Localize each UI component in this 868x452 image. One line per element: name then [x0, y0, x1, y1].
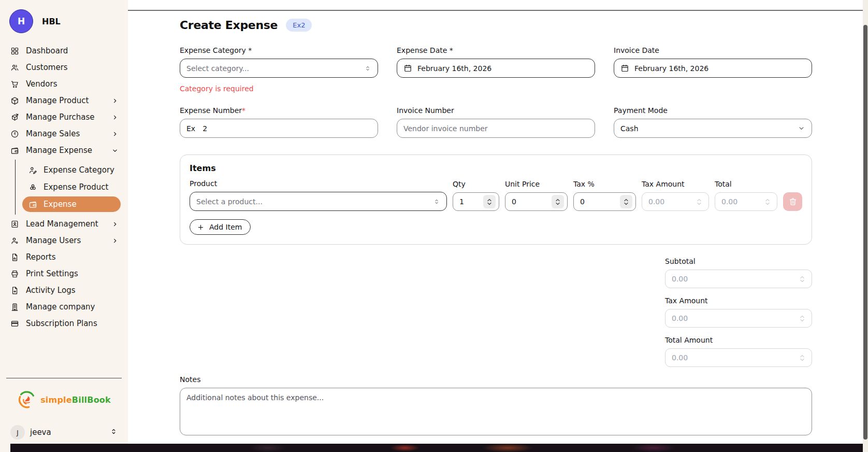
notes-label: Notes — [180, 375, 812, 384]
sidebar-item-activity-logs[interactable]: Activity Logs — [0, 282, 128, 299]
invoice-number-input[interactable]: Vendor invoice number — [397, 119, 595, 138]
stepper-icon[interactable] — [483, 195, 496, 208]
expense-number-label: Expense Number — [180, 106, 242, 115]
app-window: H HBL DashboardCustomersVendorsManage Pr… — [0, 0, 868, 452]
unit-price-input[interactable]: 0 — [505, 192, 568, 211]
svg-text:₹: ₹ — [13, 132, 16, 136]
report-doc-icon — [10, 253, 19, 262]
stepper-icon[interactable] — [620, 195, 632, 208]
sidebar-item-lead-management[interactable]: Lead Management — [0, 216, 128, 232]
sidebar-item-manage-company[interactable]: Manage company — [0, 299, 128, 315]
expense-number-input[interactable]: Ex2 — [180, 119, 378, 138]
sidebar-item-manage-purchase[interactable]: Manage Purchase — [0, 109, 128, 125]
invoice-number-label: Invoice Number — [397, 106, 595, 115]
sidebar-item-dashboard[interactable]: Dashboard — [0, 43, 128, 59]
required-asterisk: * — [242, 106, 245, 115]
items-title: Items — [190, 163, 802, 173]
sidebar-subitem-expense-product[interactable]: Expense Product — [22, 179, 121, 195]
sidebar-item-manage-product[interactable]: Manage Product — [0, 92, 128, 109]
payment-mode-select[interactable]: Cash — [614, 119, 812, 138]
user-dot-icon — [10, 236, 19, 245]
sidebar-item-print-settings[interactable]: Print Settings — [0, 265, 128, 282]
tax-amount-label: Tax Amount — [642, 180, 709, 188]
notes-textarea[interactable] — [180, 388, 812, 435]
tax-amount-input: 0.00 — [642, 192, 709, 211]
cart-icon — [10, 80, 19, 89]
sidebar-item-label: Reports — [26, 252, 56, 262]
stepper-icon — [693, 195, 705, 208]
brand: H HBL — [0, 7, 128, 39]
stepper-icon — [761, 195, 774, 208]
chevron-right-icon — [111, 97, 119, 104]
add-item-button[interactable]: Add Item — [190, 219, 251, 235]
expense-category-select[interactable]: Select category... — [180, 59, 378, 78]
sidebar-item-manage-users[interactable]: Manage Users — [0, 232, 128, 249]
desktop-wallpaper-strip — [10, 444, 868, 452]
summary-tax-amount-value: 0.00 — [672, 314, 688, 322]
expense-number-badge: Ex2 — [286, 19, 312, 32]
qty-input[interactable]: 1 — [453, 192, 499, 211]
product-select[interactable]: Select a product... — [190, 192, 447, 211]
invoice-number-placeholder: Vendor invoice number — [403, 124, 488, 133]
expense-category-placeholder: Select category... — [186, 64, 249, 73]
sidebar-item-label: Manage company — [26, 302, 95, 312]
stepper-icon[interactable] — [552, 195, 564, 208]
expense-date-label: Expense Date * — [397, 46, 595, 54]
user-menu[interactable]: J jeeva — [0, 425, 128, 440]
invoice-date-label: Invoice Date — [614, 46, 812, 54]
chevron-right-icon — [111, 130, 119, 137]
category-error-message: Category is required — [180, 84, 378, 93]
stepper-icon — [796, 312, 808, 325]
dashboard-icon — [10, 47, 19, 55]
sidebar-subitem-label: Expense — [44, 200, 77, 209]
payment-mode-label: Payment Mode — [614, 106, 812, 115]
chevron-right-icon — [111, 114, 119, 121]
sidebar: H HBL DashboardCustomersVendorsManage Pr… — [0, 0, 128, 452]
sidebar-item-label: Print Settings — [26, 269, 78, 278]
product-label: Product — [190, 179, 447, 188]
unit-price-value: 0 — [512, 197, 516, 206]
chevron-down-icon — [798, 124, 805, 132]
logo-text-billbook: BillBook — [72, 395, 111, 405]
sidebar-item-customers[interactable]: Customers — [0, 59, 128, 76]
trash-icon — [788, 197, 798, 206]
subtotal-label: Subtotal — [665, 257, 812, 265]
sidebar-subitem-expense-category[interactable]: Expense Category — [22, 162, 121, 178]
invoice-date-input[interactable]: February 16th, 2026 — [614, 59, 812, 78]
sidebar-item-label: Customers — [26, 63, 68, 72]
vertical-scrollbar[interactable] — [863, 0, 868, 452]
expense-date-input[interactable]: February 16th, 2026 — [397, 59, 595, 78]
expense-date-value: February 16th, 2026 — [417, 64, 491, 73]
summary-section: Subtotal 0.00 Tax Amount 0.00 Total Amou… — [665, 257, 812, 367]
sidebar-item-vendors[interactable]: Vendors — [0, 76, 128, 92]
total-value: 0.00 — [721, 197, 737, 206]
credit-card-icon — [10, 319, 19, 328]
id-badge-icon — [10, 220, 19, 229]
sidebar-item-reports[interactable]: Reports — [0, 249, 128, 265]
user-avatar: J — [10, 425, 25, 440]
brand-name: HBL — [42, 17, 61, 26]
tax-percent-label: Tax % — [573, 180, 636, 188]
app-logo: simpleBillBook — [0, 390, 128, 409]
sidebar-item-subscription-plans[interactable]: Subscription Plans — [0, 315, 128, 332]
invoice-date-value: February 16th, 2026 — [634, 64, 708, 73]
person-edit-icon — [28, 166, 37, 175]
chevron-right-icon — [111, 220, 119, 228]
scrollbar-thumb[interactable] — [863, 25, 867, 440]
delete-item-button[interactable] — [783, 192, 802, 211]
tax-percent-input[interactable]: 0 — [573, 192, 636, 211]
top-divider — [128, 10, 868, 11]
sidebar-subitem-expense[interactable]: Expense — [22, 196, 121, 212]
package-icon — [10, 96, 19, 105]
printer-icon — [10, 270, 19, 278]
page-title: Create Expense — [180, 19, 278, 32]
total-input: 0.00 — [715, 192, 777, 211]
item-row: Product Select a product... Qty 1 — [190, 179, 802, 211]
sidebar-item-manage-expense[interactable]: Manage Expense — [0, 142, 128, 159]
expense-number-value: 2 — [202, 124, 207, 133]
wallet-icon — [28, 200, 37, 209]
circles-cluster-icon — [28, 183, 37, 192]
sidebar-item-manage-sales[interactable]: ₹Manage Sales — [0, 125, 128, 142]
sidebar-item-label: Manage Product — [26, 96, 89, 105]
total-amount-input: 0.00 — [665, 348, 812, 367]
